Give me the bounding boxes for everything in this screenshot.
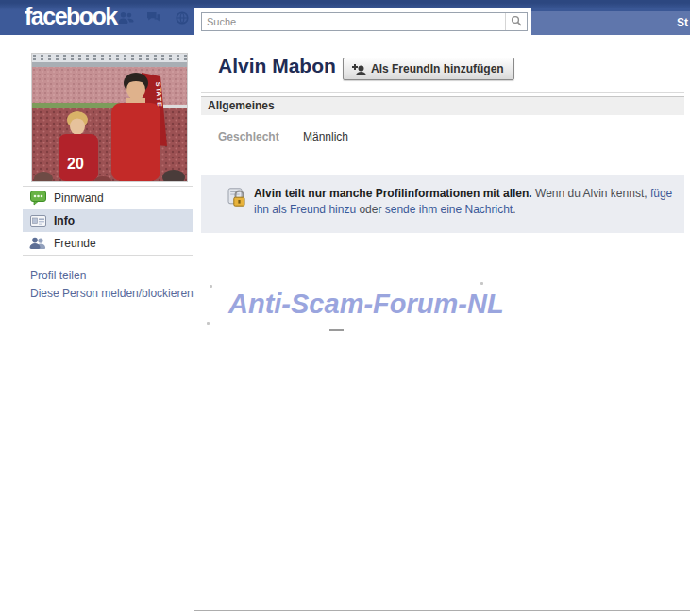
sidebar-item-label: Pinnwand [54, 191, 104, 205]
facebook-profile-page: facebook St Alvin Mabon [0, 0, 690, 616]
search-input[interactable] [202, 13, 505, 30]
section-divider [201, 92, 684, 93]
info-card-icon [29, 213, 46, 228]
add-friend-button[interactable]: Als FreundIn hinzufügen [343, 58, 514, 80]
search-form [201, 12, 528, 31]
header-right-band: St [531, 8, 690, 35]
sidebar-links: Profil teilen Diese Person melden/blocki… [30, 267, 194, 303]
report-block-link[interactable]: Diese Person melden/blockieren [30, 285, 194, 303]
nav-link-start-truncated[interactable]: St [677, 16, 688, 29]
privacy-notice-box: Alvin teilt nur manche Profilinformation… [201, 175, 684, 233]
friends-icon [29, 236, 46, 251]
sidebar-item-label: Freunde [54, 237, 96, 250]
privacy-text-1: Wenn du Alvin kennst, [532, 187, 650, 200]
field-value-geschlecht: Männlich [303, 130, 348, 143]
notifications-globe-icon[interactable] [174, 10, 191, 25]
header-icons [117, 10, 191, 25]
sidebar-item-freunde[interactable]: Freunde [23, 232, 193, 255]
facebook-logo[interactable]: facebook [25, 3, 117, 30]
share-profile-link[interactable]: Profil teilen [30, 267, 194, 285]
sidebar-item-info[interactable]: Info [23, 209, 193, 232]
menu-divider [23, 255, 193, 256]
field-label-geschlecht: Geschlecht [218, 130, 279, 143]
add-friend-icon [351, 63, 366, 75]
search-icon [511, 15, 522, 29]
profile-name: Alvin Mabon [218, 55, 336, 77]
profile-photo[interactable]: STATE 20 [31, 53, 188, 182]
profile-photo-illustration: STATE 20 [32, 54, 187, 181]
wall-icon [29, 191, 46, 206]
section-header-allgemeines: Allgemeines [201, 96, 684, 115]
messages-icon[interactable] [145, 10, 162, 25]
privacy-text-2: oder [356, 203, 385, 216]
privacy-text-end: . [513, 203, 515, 216]
image-artifact-speck [480, 282, 483, 285]
main-column: Alvin Mabon Als FreundIn hinzufügen Allg… [194, 8, 690, 611]
privacy-lock-icon [227, 188, 249, 210]
add-friend-label: Als FreundIn hinzufügen [371, 62, 504, 75]
friend-requests-icon[interactable] [117, 10, 134, 25]
anti-scam-watermark: Anti-Scam-Forum-NL [228, 289, 504, 320]
image-artifact-speck [207, 322, 210, 325]
search-button[interactable] [505, 13, 527, 30]
sidebar-item-pinnwand[interactable]: Pinnwand [23, 187, 193, 209]
image-artifact-dash [329, 329, 344, 331]
privacy-notice-text: Alvin teilt nur manche Profilinformation… [254, 186, 683, 218]
privacy-bold-text: Alvin teilt nur manche Profilinformation… [254, 187, 532, 200]
jersey-number: 20 [67, 156, 84, 172]
sidebar-menu: Pinnwand Info Freunde [23, 186, 193, 256]
send-message-link[interactable]: sende ihm eine Nachricht [385, 203, 513, 216]
image-artifact-speck [210, 285, 212, 288]
sidebar-item-label: Info [54, 214, 75, 227]
